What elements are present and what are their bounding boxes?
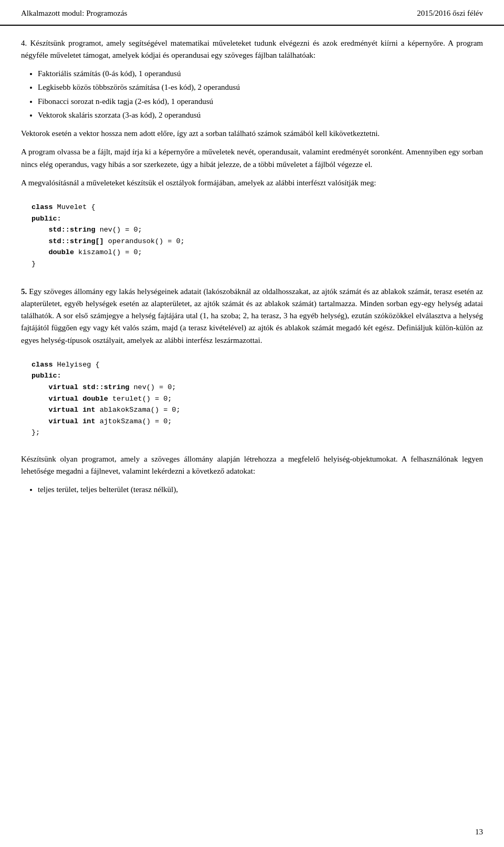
section5-para3: Készítsünk olyan programot, amely a szöv… bbox=[21, 453, 483, 478]
section4-para2: A program olvassa be a fájlt, majd írja … bbox=[21, 146, 483, 171]
section4-bullets: Faktoriális számítás (0-ás kód), 1 opera… bbox=[38, 68, 483, 121]
header-semester: 2015/2016 őszi félév bbox=[417, 7, 483, 19]
list-item: teljes terület, teljes belterület (teras… bbox=[38, 484, 483, 496]
list-item: Fibonacci sorozat n-edik tagja (2-es kód… bbox=[38, 96, 483, 108]
section4-para3: A megvalósításnál a műveleteket készítsü… bbox=[21, 177, 483, 189]
code-block-1: class Muvelet { public: std::string nev(… bbox=[21, 196, 483, 275]
code-block-2: class Helyiseg { public: virtual std::st… bbox=[21, 354, 483, 444]
list-item: Vektorok skaláris szorzata (3-as kód), 2… bbox=[38, 109, 483, 121]
page-content: 4. Készítsünk programot, amely segítségé… bbox=[0, 37, 504, 528]
section4-para1: Vektorok esetén a vektor hossza nem adot… bbox=[21, 128, 483, 140]
section4-intro: 4. Készítsünk programot, amely segítségé… bbox=[21, 37, 483, 62]
section5-bullets: teljes terület, teljes belterület (teras… bbox=[38, 484, 483, 496]
page-number: 13 bbox=[475, 826, 483, 838]
section-5: 5. Egy szöveges állomány egy lakás helys… bbox=[21, 286, 483, 496]
section-4: 4. Készítsünk programot, amely segítségé… bbox=[21, 37, 483, 275]
section5-para1: 5. Egy szöveges állomány egy lakás helys… bbox=[21, 286, 483, 347]
list-item: Faktoriális számítás (0-ás kód), 1 opera… bbox=[38, 68, 483, 80]
header-title: Alkalmazott modul: Programozás bbox=[21, 7, 127, 19]
list-item: Legkisebb közös többszörös számítása (1-… bbox=[38, 81, 483, 93]
page-header: Alkalmazott modul: Programozás 2015/2016… bbox=[0, 0, 504, 26]
section5-number: 5. bbox=[21, 287, 27, 296]
page: Alkalmazott modul: Programozás 2015/2016… bbox=[0, 0, 504, 847]
